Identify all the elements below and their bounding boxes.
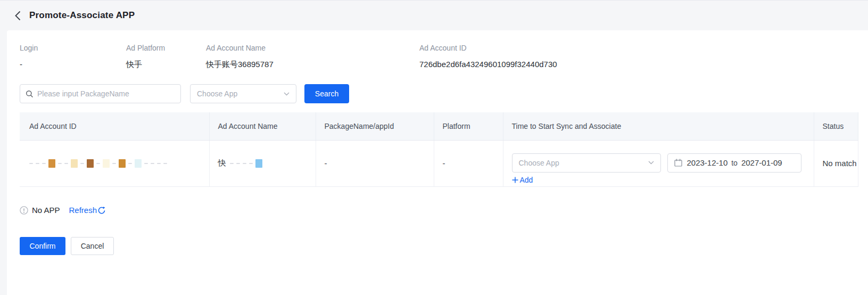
table-row: 快 - - Choose App bbox=[20, 140, 858, 186]
login-value: - bbox=[20, 60, 126, 69]
redaction-block bbox=[87, 159, 94, 168]
calendar-icon bbox=[674, 159, 682, 167]
ad-platform-value: 快手 bbox=[126, 60, 206, 69]
package-name-input-wrap bbox=[20, 84, 181, 103]
add-button[interactable]: Add bbox=[512, 176, 533, 184]
login-label: Login bbox=[20, 44, 126, 53]
redaction-block bbox=[103, 159, 110, 168]
associate-controls: Choose App 2023-12-10 bbox=[512, 153, 814, 173]
date-range-start: 2023-12-10 bbox=[687, 158, 728, 167]
page-title: Promote-Associate APP bbox=[29, 10, 135, 21]
back-chevron-icon bbox=[14, 11, 21, 21]
no-app-notice: No APP Refresh bbox=[20, 205, 868, 216]
choose-app-placeholder: Choose App bbox=[197, 89, 237, 98]
info-field-ad-platform: Ad Platform 快手 bbox=[126, 44, 206, 69]
info-field-ad-account-name: Ad Account Name 快手账号36895787 bbox=[206, 44, 419, 69]
col-ad-account-name: Ad Account Name bbox=[209, 112, 316, 140]
redaction-block bbox=[135, 159, 142, 168]
confirm-button[interactable]: Confirm bbox=[20, 237, 65, 255]
col-packagename-appid: PackageName/appId bbox=[316, 112, 434, 140]
row-choose-app-placeholder: Choose App bbox=[519, 159, 559, 167]
col-status: Status bbox=[814, 112, 858, 140]
table-header-row: Ad Account ID Ad Account Name PackageNam… bbox=[20, 112, 858, 140]
ad-account-name-label: Ad Account Name bbox=[206, 44, 419, 53]
cell-status: No match bbox=[814, 140, 858, 186]
no-app-message: No APP bbox=[32, 206, 60, 215]
row-choose-app-select[interactable]: Choose App bbox=[512, 153, 661, 173]
account-info: Login - Ad Platform 快手 Ad Account Name 快… bbox=[20, 44, 868, 69]
choose-app-select[interactable]: Choose App bbox=[190, 84, 296, 103]
content-card: Login - Ad Platform 快手 Ad Account Name 快… bbox=[7, 30, 868, 295]
plus-icon bbox=[512, 177, 518, 183]
search-icon bbox=[26, 90, 34, 98]
form-actions: Confirm Cancel bbox=[20, 237, 868, 255]
back-button[interactable] bbox=[12, 10, 23, 21]
cell-ad-account-name: 快 bbox=[209, 140, 316, 186]
col-ad-account-id: Ad Account ID bbox=[20, 112, 209, 140]
redaction-block bbox=[255, 159, 262, 168]
col-time-sync-associate: Time to Start Sync and Associate bbox=[503, 112, 814, 140]
ad-account-id-value: 726dbe2d6fa43249601099f32440d730 bbox=[419, 60, 557, 69]
redaction-block bbox=[48, 159, 55, 168]
cell-ad-account-id bbox=[20, 140, 209, 186]
ad-account-id-label: Ad Account ID bbox=[419, 44, 557, 53]
date-range-picker[interactable]: 2023-12-10 to 2027-01-09 bbox=[667, 153, 801, 173]
cell-packagename: - bbox=[316, 140, 434, 186]
package-name-input[interactable] bbox=[37, 89, 175, 98]
cancel-button[interactable]: Cancel bbox=[71, 237, 114, 255]
date-range-separator: to bbox=[731, 159, 738, 167]
search-toolbar: Choose App Search bbox=[20, 84, 868, 103]
info-field-ad-account-id: Ad Account ID 726dbe2d6fa43249601099f324… bbox=[419, 44, 557, 69]
page-header: Promote-Associate APP bbox=[0, 0, 868, 30]
date-range-end: 2027-01-09 bbox=[741, 158, 782, 167]
chevron-down-icon bbox=[648, 161, 654, 165]
refresh-button[interactable]: Refresh bbox=[69, 206, 106, 215]
refresh-icon bbox=[97, 206, 106, 215]
associate-table: Ad Account ID Ad Account Name PackageNam… bbox=[20, 112, 858, 187]
redacted-account-name: 快 bbox=[218, 158, 316, 168]
redacted-account-id bbox=[29, 159, 209, 168]
account-name-visible-text: 快 bbox=[218, 158, 226, 168]
ad-platform-label: Ad Platform bbox=[126, 44, 206, 53]
redaction-block bbox=[71, 159, 78, 168]
redaction-block bbox=[119, 159, 126, 168]
ad-account-name-value: 快手账号36895787 bbox=[206, 60, 419, 69]
cell-platform: - bbox=[434, 140, 503, 186]
refresh-label: Refresh bbox=[69, 206, 97, 215]
add-label: Add bbox=[520, 176, 533, 184]
chevron-down-icon bbox=[284, 92, 290, 96]
cell-time-sync-associate: Choose App 2023-12-10 bbox=[503, 140, 814, 186]
search-button[interactable]: Search bbox=[304, 84, 349, 103]
col-platform: Platform bbox=[434, 112, 503, 140]
info-field-login: Login - bbox=[20, 44, 126, 69]
info-icon bbox=[20, 206, 28, 215]
